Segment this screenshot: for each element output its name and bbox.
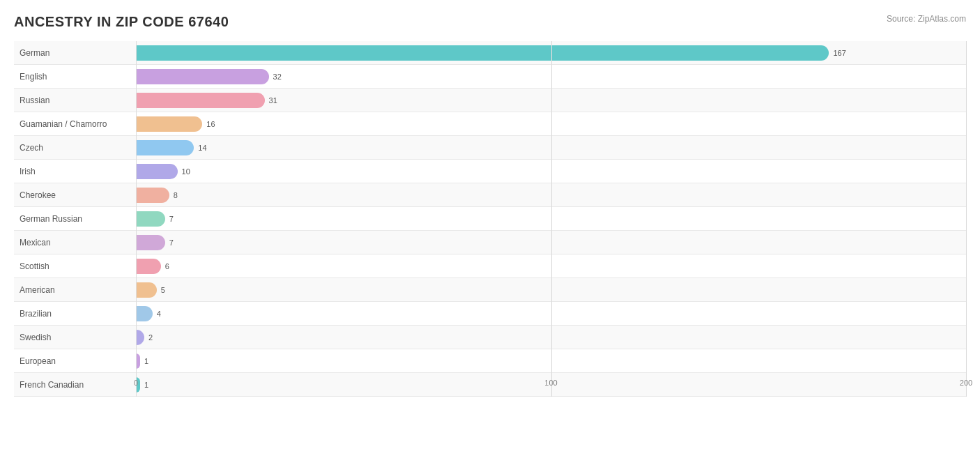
bar-row: Irish10 [14,160,966,183]
bar-label: Mexican [14,238,136,248]
bar [136,45,829,61]
bar-row: Guamanian / Chamorro16 [14,112,966,136]
bar [136,282,157,298]
x-gridline [136,41,137,397]
bar-row: Czech14 [14,136,966,160]
bar-row: Swedish2 [14,326,966,349]
x-gridline [551,41,552,397]
bar [136,116,202,132]
bar-label: Czech [14,143,136,153]
bar-row: Scottish6 [14,254,966,278]
bar-label: Swedish [14,333,136,342]
bar-value: 31 [269,96,277,105]
bar-label: Russian [14,96,136,105]
bar-value: 1 [144,357,148,365]
source-label: Source: ZipAtlas.com [887,14,966,24]
bar-value: 8 [174,191,178,199]
bar-label: German Russian [14,214,136,224]
bar [136,259,161,274]
bar-value: 5 [161,286,165,294]
bar-value: 32 [273,73,282,81]
bar-label: Irish [14,167,136,176]
bar-value: 7 [169,215,174,223]
bar [136,188,169,203]
x-axis: 0100200 [136,376,966,397]
bar [136,211,165,227]
bar-label: French Canadian [14,380,136,390]
bar-value: 167 [833,49,845,57]
bar-label: Brazilian [14,309,136,319]
bar-label: Guamanian / Chamorro [14,119,136,129]
bar-row: German Russian7 [14,207,966,231]
bar-label: German [14,48,136,58]
bar [136,140,194,155]
bar-row: German167 [14,41,966,65]
bar-value: 4 [157,310,161,318]
bar [136,93,265,108]
x-tick-label: 100 [544,379,557,387]
bar [136,306,153,321]
x-gridline [966,41,967,397]
bar-value: 16 [206,120,215,128]
bar [136,69,269,84]
bar-row: Cherokee8 [14,183,966,207]
bar [136,235,165,250]
bar-value: 2 [148,333,153,342]
bar-label: European [14,356,136,366]
bar-row: European1 [14,349,966,373]
bar [136,164,178,179]
bar-row: Russian31 [14,89,966,112]
bar-row: Brazilian4 [14,302,966,326]
bar-row: English32 [14,65,966,89]
bar-value: 10 [182,167,190,176]
bar-label: Scottish [14,261,136,271]
bar-value: 14 [198,144,206,152]
bar [136,330,144,345]
bar-label: Cherokee [14,190,136,200]
bars-section: German167English32Russian31Guamanian / C… [14,41,966,397]
x-tick-label: 0 [134,379,138,387]
bar-label: American [14,285,136,295]
bar-value: 7 [169,238,174,247]
bar-value: 6 [165,262,169,271]
chart-area: German167English32Russian31Guamanian / C… [14,41,966,432]
bar-row: Mexican7 [14,231,966,254]
bar-label: English [14,72,136,82]
x-tick-label: 200 [960,379,972,387]
chart-title: ANCESTRY IN ZIP CODE 67640 [14,14,966,30]
chart-container: ANCESTRY IN ZIP CODE 67640 Source: ZipAt… [0,0,980,449]
bar-row: American5 [14,278,966,302]
